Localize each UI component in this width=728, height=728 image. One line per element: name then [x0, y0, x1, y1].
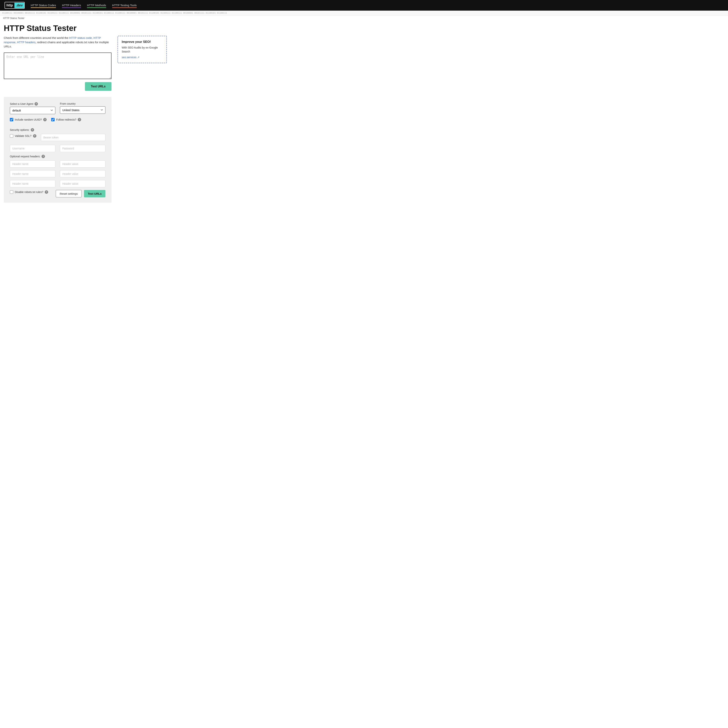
optional-headers-label: Optional request headers: ? — [10, 155, 106, 158]
from-country-label: From country — [60, 102, 106, 105]
username-password-row — [10, 145, 106, 152]
ssl-bearer-row: Validate SSL? ? — [10, 134, 106, 141]
header-value-1[interactable] — [60, 161, 106, 168]
content-row: Check from different countries around th… — [4, 36, 167, 203]
logo-http: http — [5, 3, 14, 8]
checkboxes-row: Include random UUID? ? Follow redirects?… — [10, 118, 106, 124]
include-uuid-checkbox[interactable] — [10, 118, 13, 121]
include-uuid-row[interactable]: Include random UUID? ? — [10, 118, 47, 121]
validate-ssl-row[interactable]: Validate SSL? ? — [10, 134, 37, 138]
options-panel: Select a User Agent ? default From count… — [4, 97, 112, 203]
header-name-2[interactable] — [10, 170, 55, 177]
security-help-icon[interactable]: ? — [31, 128, 34, 132]
nav-methods[interactable]: HTTP Methods — [87, 4, 106, 8]
robots-help-icon[interactable]: ? — [45, 190, 48, 194]
user-agent-help-icon[interactable]: ? — [35, 102, 38, 106]
header-name-1[interactable] — [10, 161, 55, 168]
header-value-3[interactable] — [60, 180, 106, 187]
logo-dev: .dev — [14, 3, 24, 8]
site-logo[interactable]: http .dev — [5, 2, 24, 9]
bearer-col — [41, 134, 106, 141]
test-urls-button-main[interactable]: Test URLs — [85, 82, 112, 91]
user-agent-select[interactable]: default — [10, 107, 55, 114]
header-value-2[interactable] — [60, 170, 106, 177]
url-textarea[interactable] — [4, 52, 112, 79]
breadcrumb: HTTP Status Tester — [0, 15, 728, 21]
nav-headers[interactable]: HTTP Headers — [62, 4, 81, 8]
user-agent-label: Select a User Agent ? — [10, 102, 55, 106]
left-column: Check from different countries around th… — [4, 36, 112, 203]
description: Check from different countries around th… — [4, 36, 112, 49]
btn-pair: Reset settings Test URLs — [56, 190, 106, 197]
seo-box-title: Improve your SEO! — [122, 40, 163, 44]
main-content: HTTP Status Tester Check from different … — [0, 21, 171, 206]
seo-box: Improve your SEO! With SEO Audits by ex-… — [118, 36, 167, 63]
nav-status-codes[interactable]: HTTP Status Codes — [31, 4, 56, 8]
seo-box-link[interactable]: seo.services ↗ — [122, 56, 139, 59]
header-row-2 — [10, 170, 106, 177]
uuid-help-icon[interactable]: ? — [43, 118, 47, 121]
reset-settings-button[interactable]: Reset settings — [56, 190, 82, 197]
nav-links: HTTP Status Codes HTTP Headers HTTP Meth… — [31, 4, 137, 7]
username-input[interactable] — [10, 145, 55, 152]
password-input[interactable] — [60, 145, 106, 152]
test-urls-button-bottom[interactable]: Test URLs — [84, 190, 106, 197]
follow-redirects-row[interactable]: Follow redirects? ? — [51, 118, 81, 121]
binary-banner: 01100111 00100001 00101111 01100101 0110… — [0, 11, 728, 15]
top-selects-row: Select a User Agent ? default From count… — [10, 102, 106, 114]
page-title: HTTP Status Tester — [4, 24, 167, 33]
header-row-1 — [10, 161, 106, 168]
disable-robots-checkbox[interactable] — [10, 190, 13, 194]
header-name-3[interactable] — [10, 180, 55, 187]
validate-ssl-checkbox[interactable] — [10, 134, 13, 138]
headers-help-icon[interactable]: ? — [41, 155, 45, 158]
security-section-label: Security options: ? — [10, 128, 106, 132]
from-country-select[interactable]: United States United Kingdom Germany Fra… — [60, 106, 106, 114]
bearer-token-input[interactable] — [41, 134, 106, 141]
seo-box-description: With SEO Audits by ex-Google Search — [122, 46, 163, 54]
from-country-col: From country United States United Kingdo… — [60, 102, 106, 114]
navbar: http .dev HTTP Status Codes HTTP Headers… — [0, 0, 728, 11]
redirects-help-icon[interactable]: ? — [78, 118, 81, 121]
follow-redirects-checkbox[interactable] — [51, 118, 55, 121]
user-agent-col: Select a User Agent ? default — [10, 102, 55, 114]
disable-robots-row[interactable]: Disable robots.txt rules? ? — [10, 190, 48, 194]
ssl-help-icon[interactable]: ? — [33, 134, 37, 138]
bottom-row: Disable robots.txt rules? ? Reset settin… — [10, 190, 106, 197]
header-row-3 — [10, 180, 106, 187]
nav-testing-tools[interactable]: HTTP Testing Tools — [112, 4, 137, 8]
